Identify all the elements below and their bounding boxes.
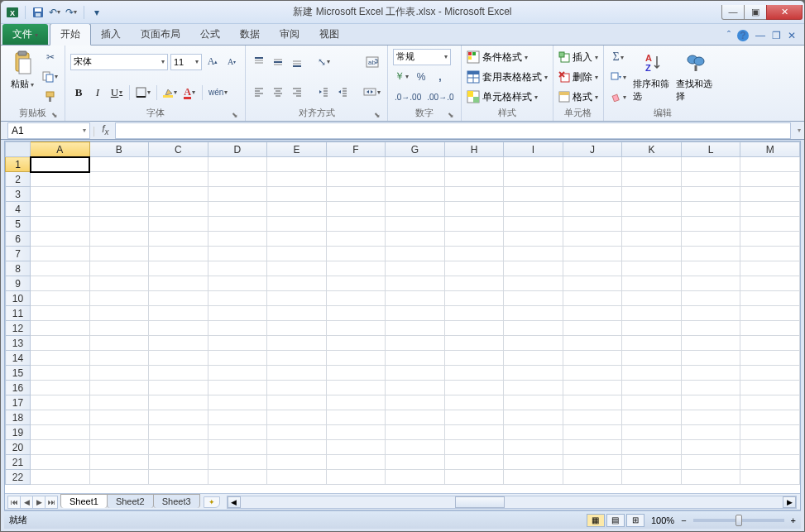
cell[interactable] (444, 291, 504, 306)
cell[interactable] (267, 321, 327, 336)
cell[interactable] (386, 395, 445, 410)
cell[interactable] (681, 351, 740, 366)
cell[interactable] (267, 455, 327, 470)
qat-customize-icon[interactable]: ▾ (90, 6, 103, 19)
cell[interactable] (89, 247, 149, 261)
format-as-table-button[interactable]: 套用表格格式▾ (467, 70, 548, 84)
cell[interactable] (208, 321, 267, 336)
cell[interactable] (326, 440, 386, 455)
cell[interactable] (563, 410, 622, 425)
cell[interactable] (504, 381, 563, 395)
doc-minimize-icon[interactable]: — (755, 30, 765, 41)
cell[interactable] (681, 321, 740, 336)
cell[interactable] (267, 261, 327, 276)
merge-center-button[interactable]: ▾ (362, 84, 382, 100)
cell[interactable] (740, 187, 800, 202)
cell[interactable] (267, 395, 327, 410)
cell[interactable] (31, 321, 90, 336)
phonetic-guide-button[interactable]: wén▾ (207, 84, 229, 101)
cell[interactable] (89, 455, 149, 470)
next-sheet-icon[interactable]: ▶ (32, 496, 46, 509)
horizontal-scrollbar[interactable]: ◀ ▶ (227, 496, 797, 509)
cell[interactable] (267, 381, 327, 395)
cell[interactable] (267, 247, 327, 261)
cell[interactable] (326, 381, 386, 395)
column-header[interactable]: A (31, 142, 90, 157)
cell[interactable] (386, 321, 445, 336)
fill-icon[interactable]: ▾ (609, 69, 628, 85)
row-header[interactable]: 15 (6, 366, 31, 381)
cell[interactable] (681, 157, 740, 172)
cell[interactable] (504, 470, 563, 485)
cell[interactable] (31, 410, 90, 425)
cell[interactable] (563, 440, 622, 455)
accounting-format-icon[interactable]: ￥▾ (393, 69, 410, 85)
cell[interactable] (267, 470, 327, 485)
column-header[interactable]: E (267, 142, 327, 157)
scroll-left-icon[interactable]: ◀ (228, 496, 241, 508)
clipboard-launcher-icon[interactable]: ⬊ (51, 111, 58, 119)
name-box[interactable]: A1▾ (7, 122, 90, 139)
cell[interactable] (622, 395, 682, 410)
cell[interactable] (444, 172, 504, 187)
fx-icon[interactable]: fx (95, 123, 115, 137)
cell[interactable] (31, 187, 90, 202)
formula-input[interactable] (115, 122, 791, 139)
increase-indent-icon[interactable] (334, 84, 351, 100)
cell[interactable] (622, 410, 682, 425)
cell[interactable] (149, 232, 208, 247)
cell[interactable] (267, 276, 327, 291)
align-top-icon[interactable] (251, 54, 267, 70)
cell[interactable] (149, 291, 208, 306)
cell[interactable] (208, 306, 267, 321)
cell[interactable] (386, 351, 445, 366)
row-header[interactable]: 20 (6, 440, 31, 455)
cell[interactable] (386, 172, 445, 187)
cell[interactable] (149, 261, 208, 276)
cell[interactable] (622, 276, 682, 291)
cell[interactable] (208, 172, 267, 187)
cell-styles-button[interactable]: 单元格样式▾ (467, 90, 548, 104)
prev-sheet-icon[interactable]: ◀ (20, 496, 33, 509)
cell[interactable] (326, 306, 386, 321)
cell[interactable] (563, 187, 622, 202)
cell[interactable] (681, 395, 740, 410)
cell[interactable] (31, 336, 90, 351)
cell[interactable] (444, 202, 504, 217)
cell[interactable] (444, 410, 504, 425)
cell[interactable] (31, 172, 90, 187)
column-header[interactable]: B (89, 142, 149, 157)
cell[interactable] (89, 187, 149, 202)
cell[interactable] (386, 306, 445, 321)
font-color-button[interactable]: A▾ (181, 84, 198, 101)
cell[interactable] (740, 172, 800, 187)
page-break-view-icon[interactable]: ⊞ (626, 514, 644, 527)
zoom-in-icon[interactable]: + (791, 515, 796, 525)
cell[interactable] (267, 187, 327, 202)
cell[interactable] (208, 351, 267, 366)
column-header[interactable]: H (444, 142, 504, 157)
cell[interactable] (681, 425, 740, 440)
cell[interactable] (504, 366, 563, 381)
cell[interactable] (31, 455, 90, 470)
column-header[interactable]: G (386, 142, 445, 157)
cell[interactable] (740, 336, 800, 351)
cell[interactable] (326, 172, 386, 187)
cell[interactable] (444, 336, 504, 351)
cell[interactable] (681, 306, 740, 321)
cell[interactable] (740, 366, 800, 381)
cell[interactable] (267, 202, 327, 217)
cell[interactable] (563, 247, 622, 261)
cell[interactable] (444, 440, 504, 455)
cell[interactable] (504, 410, 563, 425)
cell[interactable] (149, 366, 208, 381)
cell[interactable] (89, 381, 149, 395)
doc-restore-icon[interactable]: ❐ (772, 30, 781, 41)
cell[interactable] (31, 261, 90, 276)
cell[interactable] (208, 157, 267, 172)
cell[interactable] (267, 425, 327, 440)
cell[interactable] (622, 425, 682, 440)
cell[interactable] (386, 276, 445, 291)
cell[interactable] (208, 232, 267, 247)
cell[interactable] (386, 425, 445, 440)
